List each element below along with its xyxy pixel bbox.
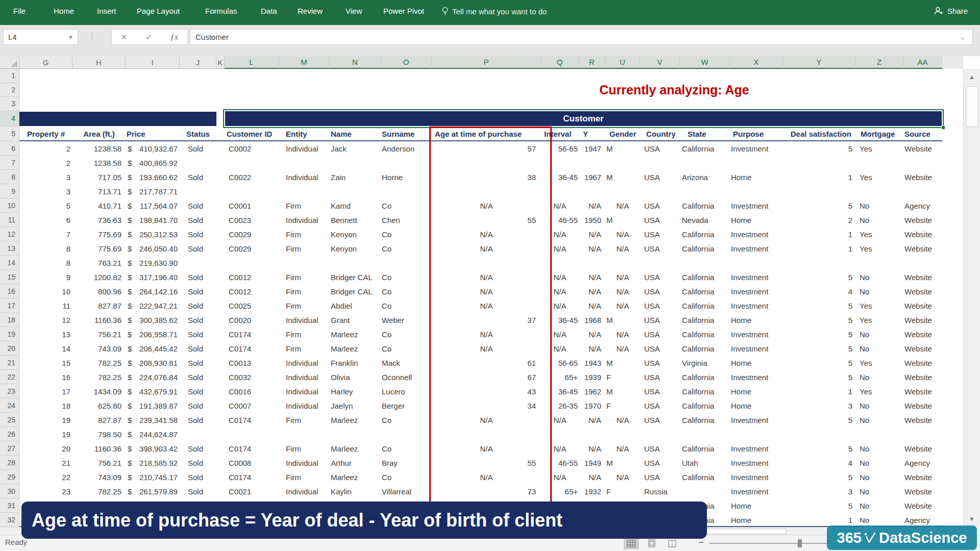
cell-Z20[interactable]: No [855,341,903,356]
cell-O12[interactable]: Co [381,227,432,241]
cell-O28[interactable]: Bray [381,456,432,470]
cell-M10[interactable]: Firm [279,198,330,213]
ribbon-tab-review[interactable]: Review [298,7,323,15]
table-header-AA5[interactable]: Source [903,127,942,141]
cell-U17[interactable]: N/A [605,298,640,313]
cell-AA25[interactable]: Website [903,413,942,427]
cell-U28[interactable]: M [605,456,640,470]
row-header-12[interactable]: 12 [0,227,19,241]
cell-H6[interactable]: 1238.58 [72,141,126,156]
cell-M30[interactable]: Individual [279,484,330,498]
cell-W12[interactable]: California [680,227,730,241]
zoom-slider-knob[interactable] [798,539,802,547]
cell-X28[interactable]: Investment [730,456,783,470]
cell-G7[interactable]: 2 [19,156,72,170]
cell-G9[interactable]: 3 [19,184,72,198]
cell-Y22[interactable]: 5 [783,370,855,384]
cell-M23[interactable]: Individual [279,384,330,398]
cell-V30[interactable]: Russia [640,484,680,498]
cell-AA20[interactable]: Website [903,341,942,356]
cell-G17[interactable]: 11 [19,298,72,313]
cell-R21[interactable]: 1943 [579,356,605,370]
cell-N12[interactable]: Kenyon [330,227,381,241]
cell-J28[interactable]: Sold [180,456,216,470]
cell-M27[interactable]: Firm [279,441,330,456]
cell-L24[interactable]: C0007 [225,398,279,413]
cell-Z6[interactable]: Yes [855,141,903,156]
cell-U18[interactable]: M [605,313,640,327]
cell-Z22[interactable]: No [855,370,903,384]
cell-L29[interactable]: C0174 [225,470,279,484]
cell-G15[interactable]: 9 [19,270,72,284]
table-header-O5[interactable]: Surname [381,127,432,141]
cell-R25[interactable]: N/A [579,413,605,427]
column-header-Q[interactable]: Q [541,56,579,69]
cell-L30[interactable]: C0021 [225,484,279,498]
cell-AA16[interactable]: Website [903,284,942,298]
cell-X11[interactable]: Home [730,213,783,227]
cell-W23[interactable]: California [680,384,730,398]
vertical-scroll-thumb[interactable] [966,86,978,127]
cell-H7[interactable]: 1238.58 [72,156,126,170]
cell-O8[interactable]: Horne [381,170,432,184]
table-header-U5[interactable]: Gender [605,127,640,141]
cell-R30[interactable]: 1932 [579,484,605,498]
cell-G14[interactable]: 8 [19,256,72,270]
cell-O27[interactable]: Co [381,441,432,456]
cell-O16[interactable]: Co [381,284,432,298]
row-header-17[interactable]: 17 [0,298,19,313]
cell-V23[interactable]: USA [640,384,680,398]
table-header-G5[interactable]: Property # [19,127,72,141]
cell-Y29[interactable]: 5 [783,470,855,484]
column-header-V[interactable]: V [640,56,680,69]
cell-X20[interactable]: Investment [730,341,783,356]
cell-N15[interactable]: Bridger CAL [330,270,381,284]
column-header-J[interactable]: J [180,56,216,69]
row-header-22[interactable]: 22 [0,370,19,384]
row-header-30[interactable]: 30 [0,484,19,498]
row-header-14[interactable]: 14 [0,256,19,270]
row-header-13[interactable]: 13 [0,241,19,256]
cell-U29[interactable]: N/A [605,470,640,484]
scroll-down-icon[interactable]: ▼ [965,512,979,526]
row-header-29[interactable]: 29 [0,470,19,484]
cell-O17[interactable]: Co [381,298,432,313]
cell-H16[interactable]: 800.96 [72,284,126,298]
cell-Y21[interactable]: 5 [783,356,855,370]
cell-N18[interactable]: Grant [330,313,381,327]
ribbon-tab-formulas[interactable]: Formulas [205,7,237,15]
cell-Z11[interactable]: No [855,213,903,227]
row-header-8[interactable]: 8 [0,170,19,184]
cell-U11[interactable]: M [605,213,640,227]
cell-H9[interactable]: 713.71 [72,184,126,198]
cell-Y13[interactable]: 1 [783,241,855,256]
cell-X6[interactable]: Investment [730,141,783,156]
cell-W28[interactable]: Utah [680,456,730,470]
cell-N28[interactable]: Arthur [330,456,381,470]
cell-L16[interactable]: C0012 [225,284,279,298]
fill-handle[interactable] [941,126,945,130]
cell-X8[interactable]: Home [730,170,783,184]
cell-J16[interactable]: Sold [180,284,216,298]
cell-H30[interactable]: 782.25 [72,484,126,498]
cell-J6[interactable]: Sold [180,141,216,156]
cell-AA21[interactable]: Website [903,356,942,370]
cell-I6[interactable]: $410,932.67 [126,141,180,156]
cell-R22[interactable]: 1939 [579,370,605,384]
cell-H18[interactable]: 1160.36 [72,313,126,327]
row-header-4[interactable]: 4 [0,111,19,127]
cell-Z12[interactable]: Yes [855,227,903,241]
cell-U24[interactable]: F [605,398,640,413]
zoom-out-icon[interactable]: − [698,537,704,548]
cell-R8[interactable]: 1967 [579,170,605,184]
cell-Z8[interactable]: Yes [855,170,903,184]
cell-N16[interactable]: Bridger CAL [330,284,381,298]
cell-W16[interactable]: California [680,284,730,298]
table-header-I5[interactable]: Price [126,127,180,141]
cell-Z23[interactable]: Yes [855,384,903,398]
column-header-R[interactable]: R [579,56,605,69]
cell-AA6[interactable]: Website [903,141,942,156]
column-header-O[interactable]: O [381,56,432,69]
cell-J27[interactable]: Sold [180,441,216,456]
cell-V15[interactable]: USA [640,270,680,284]
